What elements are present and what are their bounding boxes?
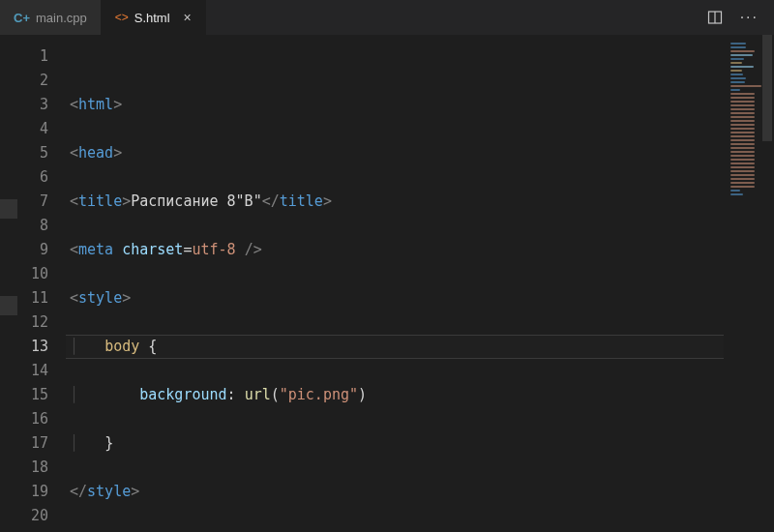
tab-label: S.html [134,11,170,25]
tab-main-cpp[interactable]: C+ main.cpp [0,0,102,35]
line-number: 18 [17,456,48,480]
code-line: │ } [70,431,724,456]
code-line: │ background: url("pic.png") [70,383,724,407]
glyph-margin [0,35,17,532]
line-number: 14 [17,359,48,383]
current-line-highlight [66,335,724,359]
line-number: 9 [17,238,48,262]
cpp-file-icon: C+ [14,11,30,25]
tab-bar: C+ main.cpp <> S.html × ··· [0,0,774,35]
line-number: 6 [17,165,48,190]
line-number: 1 [17,44,48,69]
tab-actions: ··· [707,0,774,35]
more-icon[interactable]: ··· [740,9,759,26]
line-number: 2 [17,69,48,93]
vertical-scrollbar[interactable] [760,35,774,532]
gutter-decorations [0,35,17,532]
code-line: <title>Расписание 8"В"</title> [70,190,724,214]
split-editor-icon[interactable] [707,10,723,25]
line-number: 13 [17,335,48,359]
line-number: 5 [17,141,48,165]
line-number: 15 [17,383,48,407]
line-number: 3 [17,93,48,117]
line-number: 12 [17,310,48,335]
code-line: <head> [70,141,724,165]
editor: 1 2 3 4 5 6 7 8 9 10 11 12 13 14 15 16 1… [0,35,774,532]
line-number: 16 [17,407,48,431]
code-line: </head> [70,528,724,532]
line-number: 20 [17,504,48,528]
line-number: 7 [17,190,48,214]
code-line: <style> [70,286,724,310]
line-number: 10 [17,262,48,286]
code-line: <html> [70,93,724,117]
html-file-icon: <> [115,11,129,24]
code-line: </style> [70,480,724,504]
line-number: 19 [17,480,48,504]
close-icon[interactable]: × [184,10,192,25]
tab-label: main.cpp [36,11,87,25]
code-line: <meta charset=utf-8 /> [70,238,724,262]
code-area[interactable]: <html> <head> <title>Расписание 8"В"</ti… [66,35,724,532]
line-number-gutter: 1 2 3 4 5 6 7 8 9 10 11 12 13 14 15 16 1… [17,35,66,532]
line-number: 4 [17,117,48,141]
line-number: 8 [17,214,48,238]
line-number: 11 [17,286,48,310]
scrollbar-thumb[interactable] [762,35,772,141]
tab-s-html[interactable]: <> S.html × [102,0,206,35]
line-number: 17 [17,431,48,456]
